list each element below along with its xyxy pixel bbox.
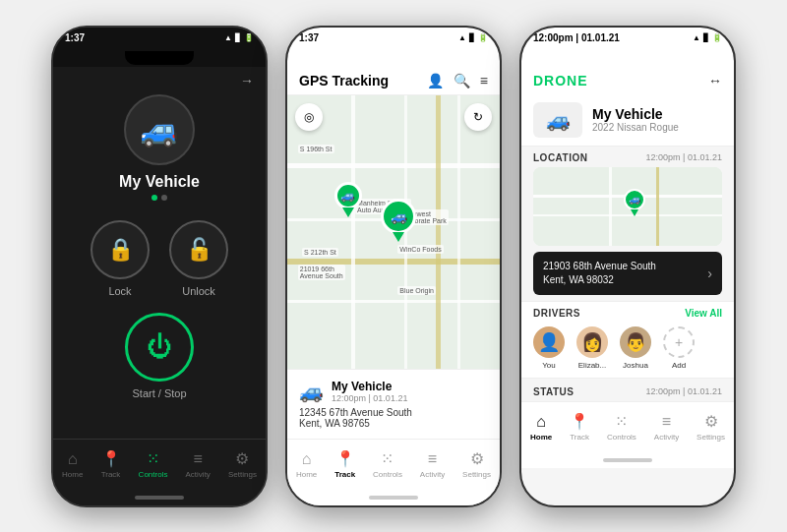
- home-indicator-3: [521, 452, 734, 468]
- dot-inactive: [161, 195, 167, 201]
- unlock-button[interactable]: 🔓 Unlock: [169, 220, 228, 297]
- map-container[interactable]: S 196th St Manheim SeattleAuto Auction N…: [287, 95, 500, 369]
- home-icon-3: ⌂: [536, 413, 546, 431]
- nav-activity-1[interactable]: ≡ Activity: [180, 446, 216, 483]
- status-bar-1: 1:37 ▲ ▊ 🔋: [53, 28, 266, 49]
- drivers-section: DRIVERS View All 👤 You 👩 Elizab... 👨 Jos…: [521, 301, 734, 379]
- controls-icon-3: ⁙: [615, 412, 628, 431]
- dash-vehicle-name: My Vehicle: [592, 106, 679, 122]
- vc-time: 12:00pm | 01.01.21: [332, 393, 407, 403]
- view-all-button[interactable]: View All: [685, 308, 722, 319]
- nav-activity-2[interactable]: ≡ Activity: [414, 446, 451, 483]
- status-section-header: STATUS 12:00pm | 01.01.21: [521, 381, 734, 401]
- nav-settings-1[interactable]: ⚙ Settings: [222, 445, 263, 483]
- filter-icon[interactable]: ≡: [480, 73, 488, 89]
- mini-map[interactable]: 🚙: [533, 167, 722, 246]
- battery-icon-2: 🔋: [478, 33, 488, 42]
- page-dots: [151, 195, 167, 201]
- driver-name-joshua: Joshua: [623, 361, 648, 370]
- wifi-icon-2: ▲: [458, 33, 466, 42]
- status-icons-1: ▲ ▊ 🔋: [224, 33, 254, 42]
- status-time-3: 12:00pm | 01.01.21: [533, 32, 620, 43]
- search-icon[interactable]: 🔍: [454, 73, 470, 89]
- signal-icon: ▊: [235, 33, 241, 42]
- driver-avatar-elizabeth: 👩: [576, 326, 608, 358]
- home-bar-3: [603, 458, 652, 462]
- track-icon: 📍: [101, 449, 121, 468]
- vc-name: My Vehicle: [332, 380, 407, 393]
- nav-controls-3[interactable]: ⁙ Controls: [601, 408, 642, 445]
- controls-header: →: [53, 67, 266, 94]
- driver-elizabeth[interactable]: 👩 Elizab...: [576, 326, 608, 370]
- nav-home-2[interactable]: ⌂ Home: [290, 446, 323, 483]
- map-label-1: S 196th St: [298, 145, 334, 153]
- driver-name-elizabeth: Elizab...: [578, 361, 606, 370]
- status-time-2: 1:37: [299, 32, 319, 43]
- home-icon: ⌂: [68, 450, 78, 468]
- person-icon[interactable]: 👤: [427, 73, 444, 89]
- lock-controls-row: 🔒 Lock 🔓 Unlock: [81, 220, 238, 297]
- map-header-icons: 👤 🔍 ≡: [427, 73, 488, 89]
- nav-settings-2[interactable]: ⚙ Settings: [456, 445, 497, 483]
- status-title: STATUS: [533, 386, 575, 397]
- dash-vehicle-model: 2022 Nissan Rogue: [592, 122, 679, 133]
- back-arrow-icon[interactable]: →: [240, 73, 254, 89]
- add-driver-button[interactable]: + Add: [663, 326, 695, 370]
- drivers-title: DRIVERS: [533, 308, 580, 319]
- nav-track-2[interactable]: 📍 Track: [329, 445, 361, 483]
- track-icon-2: 📍: [335, 449, 355, 468]
- vc-address-2: Kent, WA 98765: [299, 418, 488, 429]
- nav-controls-2[interactable]: ⁙ Controls: [367, 445, 408, 483]
- status-icons-3: ▲ ▊ 🔋: [693, 33, 722, 42]
- location-arrow-icon: ›: [707, 266, 712, 281]
- nav-controls-1[interactable]: ⁙ Controls: [133, 445, 174, 483]
- lock-button[interactable]: 🔒 Lock: [91, 220, 150, 297]
- add-driver-label: Add: [672, 361, 686, 370]
- notch-3: [593, 51, 662, 65]
- locate-button[interactable]: ◎: [295, 103, 323, 131]
- unlock-circle: 🔓: [169, 220, 228, 279]
- vc-car-icon: 🚙: [299, 380, 324, 403]
- signal-icon-2: ▊: [469, 33, 475, 42]
- map-label-7: S 212th St: [302, 248, 338, 257]
- map-header: GPS Tracking 👤 🔍 ≡: [287, 67, 500, 95]
- location-bar[interactable]: 21903 68th Avenue SouthKent, WA 98032 ›: [533, 252, 722, 295]
- phone-home: 12:00pm | 01.01.21 ▲ ▊ 🔋 DRONE ↔ 🚙 My Ve…: [519, 26, 736, 507]
- driver-you[interactable]: 👤 You: [533, 326, 565, 370]
- controls-icon: ⁙: [147, 449, 159, 468]
- driver-name-you: You: [542, 361, 556, 370]
- notch-bar-1: [53, 49, 266, 67]
- status-bar-2: 1:37 ▲ ▊ 🔋: [287, 28, 500, 49]
- phone-gps: 1:37 ▲ ▊ 🔋 GPS Tracking 👤 🔍 ≡: [285, 26, 502, 507]
- activity-icon: ≡: [194, 450, 203, 468]
- map-title: GPS Tracking: [299, 73, 389, 89]
- bottom-nav-2: ⌂ Home 📍 Track ⁙ Controls ≡ Activity ⚙ S…: [287, 439, 500, 490]
- nav-settings-3[interactable]: ⚙ Settings: [691, 408, 731, 445]
- back-icon-3[interactable]: ↔: [708, 73, 722, 89]
- nav-track-1[interactable]: 📍 Track: [95, 445, 127, 483]
- notch-bar-2: [287, 49, 500, 67]
- nav-home-1[interactable]: ⌂ Home: [56, 446, 89, 483]
- status-time-display: 12:00pm | 01.01.21: [646, 386, 722, 396]
- home-icon-2: ⌂: [302, 450, 312, 468]
- vehicle-avatar: 🚙: [124, 94, 195, 165]
- status-bar-3: 12:00pm | 01.01.21 ▲ ▊ 🔋: [521, 28, 734, 49]
- start-stop-button[interactable]: ⏻ Start / Stop: [125, 313, 194, 399]
- driver-joshua[interactable]: 👨 Joshua: [620, 326, 651, 370]
- start-circle: ⏻: [125, 313, 194, 382]
- vehicle-name-1: My Vehicle: [119, 173, 200, 191]
- notch-bar-3: [521, 49, 734, 67]
- refresh-button[interactable]: ↻: [464, 103, 492, 131]
- signal-icon-3: ▊: [703, 33, 709, 42]
- nav-home-3[interactable]: ⌂ Home: [524, 409, 558, 445]
- bottom-nav-1: ⌂ Home 📍 Track ⁙ Controls ≡ Activity ⚙ S…: [53, 439, 266, 490]
- nav-track-3[interactable]: 📍 Track: [564, 408, 595, 445]
- dash-vehicle-info: My Vehicle 2022 Nissan Rogue: [592, 106, 679, 133]
- map-label-4: WinCo Foods: [397, 245, 443, 254]
- nav-activity-3[interactable]: ≡ Activity: [648, 409, 685, 445]
- map-label-5: 21019 66thAvenue South: [298, 265, 345, 280]
- car-icon: 🚙: [140, 111, 179, 148]
- dash-header: DRONE ↔: [521, 67, 734, 94]
- settings-icon: ⚙: [235, 449, 249, 468]
- unlock-label: Unlock: [182, 285, 215, 297]
